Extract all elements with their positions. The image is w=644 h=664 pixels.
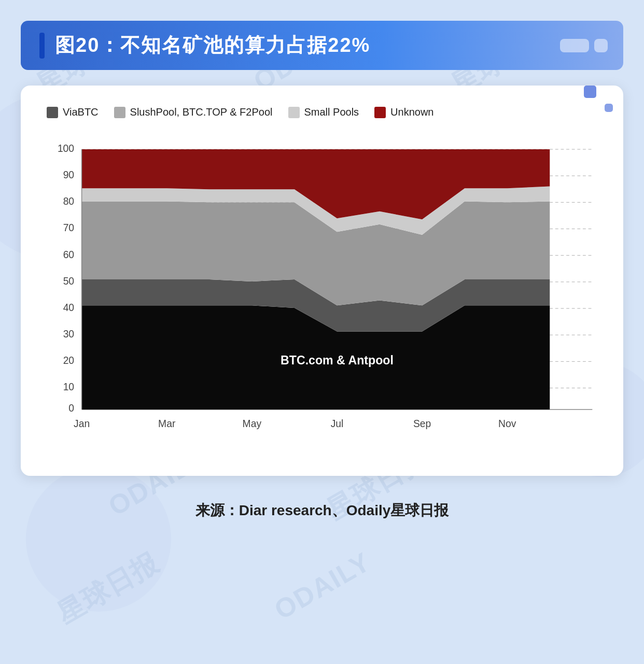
svg-text:10: 10 (63, 382, 74, 392)
svg-text:60: 60 (63, 249, 74, 260)
svg-text:20: 20 (63, 355, 74, 366)
legend-item-viabtc: ViaBTC (47, 106, 99, 118)
chart-legend: ViaBTC SlushPool, BTC.TOP & F2Pool Small… (47, 106, 597, 118)
svg-text:Nov: Nov (498, 418, 516, 429)
legend-swatch-unknown (374, 107, 386, 118)
title-accent (39, 33, 45, 59)
legend-swatch-slush (114, 107, 125, 118)
source-text: 来源：Diar research、Odaily星球日报 (195, 501, 449, 520)
legend-label-small: Small Pools (304, 106, 359, 118)
legend-label-slush: SlushPool, BTC.TOP & F2Pool (130, 106, 273, 118)
chart-card: ViaBTC SlushPool, BTC.TOP & F2Pool Small… (21, 86, 623, 476)
deco-rect-wide (560, 39, 589, 52)
legend-label-unknown: Unknown (390, 106, 433, 118)
chart-svg: 100 90 80 70 60 50 40 30 20 10 0 Jan Mar… (47, 134, 597, 455)
svg-text:Sep: Sep (413, 418, 431, 429)
legend-label-viabtc: ViaBTC (63, 106, 99, 118)
svg-text:Jan: Jan (74, 418, 90, 429)
legend-item-slush: SlushPool, BTC.TOP & F2Pool (114, 106, 273, 118)
svg-text:Mar: Mar (158, 418, 176, 429)
title-bar: 图20：不知名矿池的算力占据22% (21, 21, 623, 70)
svg-text:40: 40 (63, 302, 74, 313)
legend-swatch-viabtc (47, 107, 58, 118)
legend-item-small: Small Pools (288, 106, 359, 118)
svg-text:70: 70 (63, 222, 74, 233)
btccom-label: BTC.com & Antpool (281, 354, 394, 367)
legend-item-unknown: Unknown (374, 106, 433, 118)
chart-area: 100 90 80 70 60 50 40 30 20 10 0 Jan Mar… (47, 134, 597, 455)
title-decoration (560, 39, 608, 52)
page-title: 图20：不知名矿池的算力占据22% (55, 32, 370, 59)
svg-text:30: 30 (63, 329, 74, 340)
svg-text:Jul: Jul (331, 418, 344, 429)
legend-swatch-small (288, 107, 300, 118)
svg-text:90: 90 (63, 169, 74, 180)
svg-text:100: 100 (58, 143, 74, 154)
svg-text:50: 50 (63, 276, 74, 287)
svg-text:May: May (243, 418, 262, 429)
deco-rect-sq (594, 39, 608, 52)
svg-text:0: 0 (68, 403, 74, 414)
svg-text:80: 80 (63, 196, 74, 207)
